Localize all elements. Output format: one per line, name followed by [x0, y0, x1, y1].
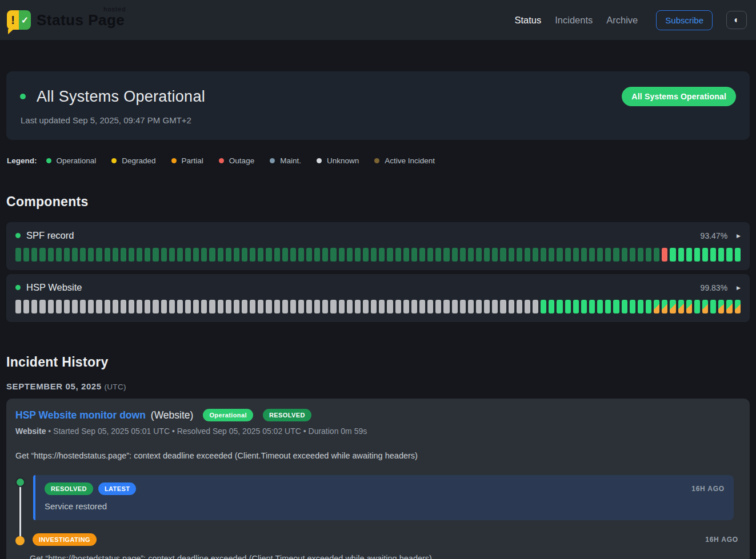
uptime-bar-partial: [670, 300, 675, 313]
uptime-bar-nodata: [347, 300, 353, 313]
incident-description: Get “https://hostedstatus.page”: context…: [15, 451, 741, 460]
uptime-bar-dim: [242, 248, 247, 262]
investigating-status-badge: INVESTIGATING: [33, 533, 97, 546]
uptime-bar-op: [678, 248, 684, 262]
uptime-bar-nodata: [379, 300, 385, 313]
uptime-bar-dim: [605, 248, 611, 262]
brand[interactable]: ! ✓ Status Page hosted: [7, 10, 125, 30]
uptime-bar-nodata: [31, 300, 37, 313]
uptime-bar-nodata: [419, 300, 425, 313]
incident-history-heading: Incident History: [6, 355, 750, 370]
uptime-bar-dim: [452, 248, 458, 262]
operational-badge: Operational: [203, 409, 253, 421]
expand-arrow-icon[interactable]: ▶: [737, 233, 741, 239]
uptime-bar-op: [710, 248, 716, 262]
uptime-bar-dim: [234, 248, 239, 262]
uptime-bar-dim: [56, 248, 62, 262]
uptime-bar-dim: [654, 248, 659, 262]
component-card-spf-record[interactable]: SPF record 93.47% ▶: [6, 222, 750, 270]
uptime-bar-dim: [509, 248, 514, 262]
uptime-bar-op: [581, 300, 587, 313]
update-message: Get “https://hostedstatus.page”: context…: [30, 554, 738, 559]
uptime-bar-dim: [193, 248, 199, 262]
uptime-bar-nodata: [525, 300, 530, 313]
uptime-bar-nodata: [15, 300, 21, 313]
uptime-bar-dim: [322, 248, 328, 262]
uptime-bar-nodata: [484, 300, 490, 313]
uptime-bar-nodata: [517, 300, 522, 313]
uptime-bar-op: [702, 248, 708, 262]
uptime-bar-partial: [702, 300, 708, 313]
uptime-bar-op: [694, 300, 700, 313]
uptime-bar-nodata: [298, 300, 304, 313]
overall-status-title: All Systems Operational: [37, 88, 205, 106]
uptime-bar-dim: [161, 248, 167, 262]
uptime-bar-dim: [80, 248, 86, 262]
uptime-bar-op: [718, 248, 724, 262]
uptime-bar-nodata: [411, 300, 417, 313]
uptime-bar-nodata: [533, 300, 538, 313]
brand-superscript: hosted: [103, 6, 126, 13]
timeline-update-investigating: INVESTIGATING 16H AGO Get “https://hoste…: [15, 533, 741, 559]
uptime-bar-dim: [355, 248, 361, 262]
component-card-hsp-website[interactable]: HSP Website 99.83% ▶: [6, 274, 750, 322]
uptime-bar-dim: [298, 248, 304, 262]
uptime-bar-op: [646, 300, 651, 313]
uptime-bar-dim: [137, 248, 142, 262]
nav-archive[interactable]: Archive: [606, 15, 638, 26]
primary-nav: Status Incidents Archive Subscribe ◐: [514, 10, 747, 30]
uptime-bar-dim: [129, 248, 134, 262]
subscribe-button[interactable]: Subscribe: [656, 10, 713, 30]
uptime-bar-partial: [662, 300, 667, 313]
resolved-badge: RESOLVED: [263, 409, 311, 421]
uptime-bar-nodata: [468, 300, 474, 313]
uptime-bar-nodata: [460, 300, 466, 313]
uptime-bar-nodata: [500, 300, 506, 313]
uptime-bar-dim: [64, 248, 70, 262]
uptime-bar-dim: [379, 248, 385, 262]
uptime-bar-dim: [557, 248, 562, 262]
uptime-bar-nodata: [282, 300, 288, 313]
uptime-bar-dim: [177, 248, 183, 262]
uptime-bar-op: [589, 300, 595, 313]
uptime-bar-dim: [339, 248, 345, 262]
uptime-bar-dim: [145, 248, 150, 262]
uptime-bar-nodata: [169, 300, 175, 313]
uptime-bar-op: [694, 248, 700, 262]
uptime-bar-dim: [290, 248, 296, 262]
uptime-bar-dim: [250, 248, 255, 262]
uptime-bars: [15, 300, 741, 313]
partial-dot-icon: [171, 158, 177, 163]
uptime-bar-nodata: [137, 300, 142, 313]
uptime-bar-nodata: [427, 300, 433, 313]
contrast-icon: ◐: [734, 15, 739, 25]
uptime-bar-op: [670, 248, 675, 262]
nav-status[interactable]: Status: [514, 15, 541, 26]
component-uptime-percent: 99.83%: [701, 283, 727, 292]
uptime-bar-dim: [169, 248, 175, 262]
legend-item-maint: Maint.: [270, 156, 301, 165]
uptime-bar-dim: [113, 248, 118, 262]
uptime-bar-dim: [427, 248, 433, 262]
uptime-bar-op: [605, 300, 611, 313]
legend-item-degraded: Degraded: [111, 156, 155, 165]
uptime-bar-dim: [403, 248, 409, 262]
utc-suffix: (UTC): [105, 383, 126, 391]
uptime-bar-dim: [492, 248, 498, 262]
maint-dot-icon: [270, 158, 275, 163]
uptime-bar-nodata: [72, 300, 78, 313]
incident-card: HSP Website monitor down (Website) Opera…: [6, 399, 750, 559]
nav-incidents[interactable]: Incidents: [555, 15, 593, 26]
incident-title-link[interactable]: HSP Website monitor down: [15, 409, 146, 421]
uptime-bar-op: [557, 300, 562, 313]
uptime-bar-nodata: [258, 300, 263, 313]
uptime-bar-dim: [549, 248, 554, 262]
uptime-bar-nodata: [355, 300, 361, 313]
uptime-bar-outage: [662, 248, 667, 262]
uptime-bar-op: [710, 300, 716, 313]
theme-toggle-button[interactable]: ◐: [726, 11, 747, 29]
incident-component-name: (Website): [151, 409, 194, 421]
uptime-bar-nodata: [121, 300, 126, 313]
expand-arrow-icon[interactable]: ▶: [737, 285, 741, 291]
uptime-bar-dim: [96, 248, 102, 262]
